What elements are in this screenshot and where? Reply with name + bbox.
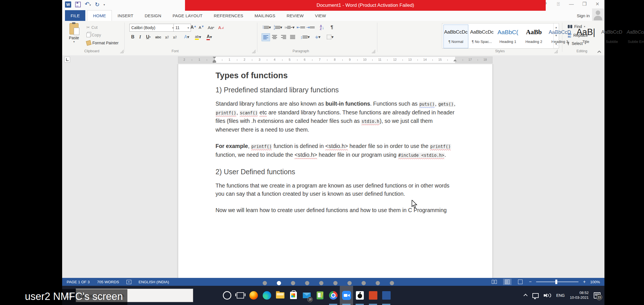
tab-insert[interactable]: INSERT	[112, 10, 139, 21]
italic-button[interactable]: I	[137, 33, 143, 41]
ribbon-display-options-icon[interactable]: ⍐	[555, 1, 562, 7]
style-item[interactable]: AaBbCcDc ¶ No Spac...	[469, 25, 494, 48]
redo-icon[interactable]: ↻	[95, 2, 100, 7]
select-button[interactable]: Select▾	[568, 41, 586, 46]
close-icon[interactable]: ✕	[594, 1, 601, 7]
paste-button[interactable]: Paste ▾	[66, 23, 82, 47]
sign-in-link[interactable]: Sign in	[577, 10, 590, 21]
underline-button[interactable]: U▾	[144, 33, 153, 41]
save-icon[interactable]	[75, 2, 81, 7]
undo-icon[interactable]: ↶▾	[85, 1, 91, 8]
style-item[interactable]: AaBbCcDc Subtle Em...	[625, 25, 644, 48]
taskbar-app-mail[interactable]: 18	[300, 286, 313, 305]
zoom-out-button[interactable]: −	[529, 279, 532, 284]
shading-button[interactable]: ◈▾	[312, 33, 323, 41]
taskbar-app-powerpoint[interactable]	[366, 286, 380, 305]
align-right-button[interactable]	[280, 33, 288, 41]
text-highlight-button[interactable]: ab▾	[193, 33, 203, 41]
zoom-in-button[interactable]: +	[583, 279, 586, 284]
taskbar-app-cortana[interactable]	[220, 286, 234, 305]
clear-formatting-button[interactable]: A◢	[217, 24, 225, 31]
font-dialog-launcher-icon[interactable]	[252, 50, 255, 53]
zoom-level[interactable]: 100%	[590, 280, 600, 284]
styles-scroll-up-icon[interactable]: ▲	[554, 23, 559, 32]
clock[interactable]: 08:5210-03-2021	[570, 291, 589, 300]
styles-dialog-launcher-icon[interactable]	[554, 50, 558, 53]
right-indent-marker[interactable]	[453, 59, 457, 61]
taskbar-app-file-explorer[interactable]	[273, 286, 287, 305]
account-avatar[interactable]	[592, 8, 604, 21]
tray-expand-icon[interactable]	[524, 294, 528, 298]
grow-font-button[interactable]: A▲	[190, 24, 197, 31]
tab-review[interactable]: REVIEW	[281, 10, 309, 21]
tab-file[interactable]: FILE	[65, 10, 85, 21]
taskbar-app-zoom[interactable]	[340, 286, 353, 305]
decrease-indent-button[interactable]: ⇤	[297, 24, 305, 31]
taskbar-app-notes-app[interactable]	[313, 286, 327, 305]
bullets-button[interactable]: ⁝▾	[262, 24, 272, 31]
taskbar-app-microsoft-store[interactable]	[287, 286, 300, 305]
line-spacing-button[interactable]: ↕▾	[300, 33, 310, 41]
justify-button[interactable]	[289, 33, 297, 41]
taskbar-app-chrome[interactable]	[327, 286, 340, 305]
copy-button[interactable]: Copy	[86, 33, 101, 37]
multilevel-list-button[interactable]: 1a▾	[284, 24, 295, 31]
taskbar-app-apple-app[interactable]	[353, 286, 366, 305]
taskbar-app-firefox[interactable]	[247, 286, 260, 305]
first-line-indent-marker[interactable]	[213, 57, 216, 59]
font-size-combo[interactable]: 11▾	[173, 24, 191, 32]
increase-indent-button[interactable]: ⇥	[306, 24, 315, 31]
document-page[interactable]: Types of functions 1) Predefined standar…	[178, 64, 493, 278]
tab-references[interactable]: REFERENCES	[208, 10, 249, 21]
text-effects-button[interactable]: A▾	[182, 33, 192, 41]
align-left-button[interactable]	[262, 33, 270, 41]
network-icon[interactable]	[532, 293, 539, 298]
tab-view[interactable]: VIEW	[309, 10, 332, 21]
taskbar-app-edge[interactable]	[260, 286, 273, 305]
minimize-icon[interactable]: —	[568, 1, 575, 7]
tab-selector[interactable]	[64, 57, 70, 62]
cut-button[interactable]: ✂Cut	[86, 25, 97, 30]
collapse-ribbon-icon[interactable]	[598, 50, 601, 53]
zoom-slider-handle[interactable]	[555, 280, 557, 284]
page-indicator[interactable]: PAGE 1 OF 3	[67, 280, 90, 284]
replace-button[interactable]: abacReplace	[568, 33, 588, 38]
styles-more-icon[interactable]: ▼̱	[554, 40, 559, 48]
style-item[interactable]: AaBbCcDc ¶ Normal	[443, 25, 468, 48]
web-layout-button[interactable]	[516, 279, 525, 285]
tab-design[interactable]: DESIGN	[139, 10, 167, 21]
find-button[interactable]: Find▾	[568, 24, 585, 29]
print-layout-button[interactable]	[503, 279, 512, 285]
proofing-errors-icon[interactable]: ✕	[127, 280, 131, 284]
horizontal-ruler[interactable]: 211234567891011121314151718	[178, 56, 493, 63]
restore-icon[interactable]: ❐	[581, 1, 588, 7]
tab-page-layout[interactable]: PAGE LAYOUT	[167, 10, 208, 21]
language-indicator[interactable]: ENGLISH (INDIA)	[139, 280, 169, 284]
language-tray[interactable]: ENG	[556, 293, 565, 298]
show-hide-pilcrow-button[interactable]: ¶	[328, 24, 336, 31]
styles-scroll-down-icon[interactable]: ▼	[554, 32, 559, 40]
zoom-slider[interactable]	[536, 282, 578, 282]
strikethrough-button[interactable]: abc	[154, 33, 163, 41]
superscript-button[interactable]: x2	[171, 33, 179, 41]
numbering-button[interactable]: 12▾	[273, 24, 283, 31]
action-center-icon[interactable]: 23	[594, 292, 601, 299]
subscript-button[interactable]: x2	[163, 33, 171, 41]
read-mode-button[interactable]	[490, 279, 499, 285]
taskbar-app-task-view[interactable]	[234, 286, 247, 305]
clipboard-dialog-launcher-icon[interactable]	[120, 50, 123, 53]
style-item[interactable]: AaBbCcD Subtitle	[599, 25, 624, 48]
style-item[interactable]: AaBbC( Heading 1	[495, 25, 520, 48]
borders-button[interactable]: ▾	[325, 33, 336, 41]
font-family-combo[interactable]: Calibri (Body)▾	[129, 24, 176, 32]
sort-button[interactable]: AZ↓	[317, 24, 327, 31]
change-case-button[interactable]: Aa▾	[206, 24, 216, 31]
customize-qat-icon[interactable]: ▾	[104, 3, 105, 6]
paragraph-dialog-launcher-icon[interactable]	[372, 50, 375, 53]
word-count[interactable]: 705 WORDS	[97, 280, 119, 284]
shrink-font-button[interactable]: A▼	[198, 24, 205, 31]
align-center-button[interactable]	[271, 33, 279, 41]
tab-home[interactable]: HOME	[87, 10, 112, 21]
bold-button[interactable]: B	[129, 33, 136, 41]
taskbar-app-word[interactable]	[380, 286, 393, 305]
